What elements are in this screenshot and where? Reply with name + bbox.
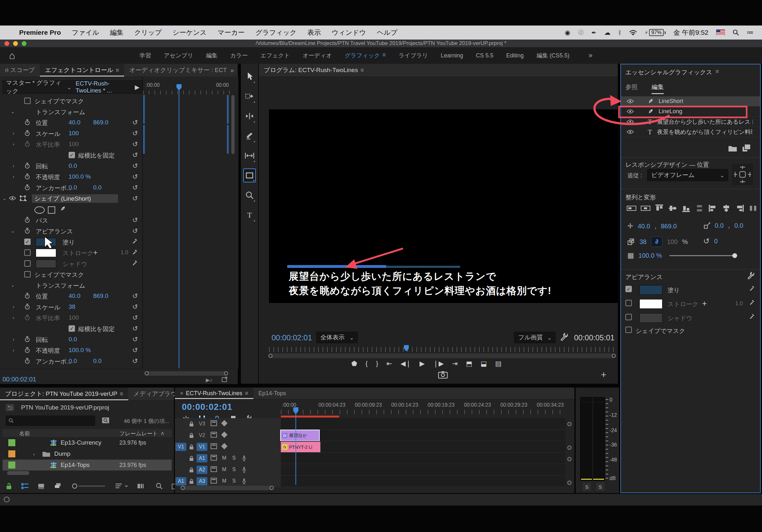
param-value[interactable]: 869.0 [93, 293, 109, 299]
eyedropper-icon[interactable] [749, 286, 755, 292]
track-scroll-dot[interactable] [568, 481, 572, 485]
workspace-tab-カラー[interactable]: カラー [230, 52, 248, 59]
cloud-upload-icon[interactable]: ☁ [604, 29, 610, 36]
keyframe-toggle-icon[interactable] [221, 443, 228, 449]
link-scale-icon[interactable]: ∂ [651, 237, 662, 247]
mask-with-shape-checkbox[interactable] [625, 327, 632, 333]
keyframe-toggle-icon[interactable] [221, 420, 228, 427]
new-layer-icon[interactable] [742, 144, 750, 152]
eye-icon[interactable] [627, 109, 634, 113]
reset-parameter-icon[interactable]: ↺ [132, 195, 138, 202]
step-back-icon[interactable]: ◀❘ [401, 360, 411, 367]
solo-button[interactable]: S [232, 455, 236, 461]
reset-parameter-icon[interactable]: ↺ [132, 357, 138, 365]
opacity-slider[interactable] [669, 255, 735, 256]
play-indicator-icon[interactable]: ▶ [135, 84, 139, 91]
play-icon[interactable]: ▶ [419, 360, 425, 367]
stopwatch-icon[interactable] [24, 303, 30, 310]
razor-tool[interactable] [243, 129, 256, 143]
project-row-Ep14-Tops[interactable]: Ep14-Tops 23.976 fps [3, 460, 172, 471]
type-tool[interactable]: T [243, 208, 256, 222]
graphics-layer-夜景を眺めながら頂くフィリピン料理...[interactable]: T 夜景を眺めながら頂くフィリピン料理... [621, 127, 760, 137]
param-value[interactable]: 0.0 [69, 358, 77, 365]
panel-menu-icon[interactable]: ≡ [716, 68, 719, 77]
reset-parameter-icon[interactable]: ↺ [132, 303, 138, 311]
stopwatch-icon[interactable] [24, 347, 30, 353]
appearance-checkbox[interactable] [24, 260, 31, 267]
menu-item-3[interactable]: シーケンス [173, 28, 207, 37]
workspace-tab-CS 5.5[interactable]: CS 5.5 [476, 52, 493, 59]
align-bottom-icon[interactable] [682, 204, 691, 212]
filmstrip-icon[interactable] [137, 483, 147, 489]
marker-icon[interactable]: ⬟ [351, 360, 357, 367]
freeform-view-icon[interactable] [54, 483, 62, 490]
scale-value[interactable]: 38 [640, 238, 647, 245]
opacity-value[interactable]: 100.0 % [639, 252, 662, 259]
stopwatch-icon[interactable] [24, 336, 30, 342]
param-value[interactable]: 100 [69, 314, 79, 321]
stopwatch-icon[interactable] [24, 314, 30, 320]
checkbox-checked[interactable]: ✓ [69, 325, 75, 332]
input-language-flag-icon[interactable] [716, 29, 725, 36]
color-swatch[interactable] [36, 260, 56, 268]
tab-lumetri-scopes[interactable]: ri スコープ [0, 64, 40, 77]
home-icon[interactable]: ⌂ [9, 50, 15, 62]
param-value[interactable]: 100.0 % [69, 173, 91, 180]
track-options-icon[interactable] [211, 455, 217, 461]
voiceover-mic-icon[interactable] [242, 455, 246, 461]
add-stroke-icon[interactable]: + [702, 299, 707, 308]
program-monitor-tab[interactable]: プログラム: ECTV-Rush-TwoLines≡ [259, 64, 369, 77]
track-row-A1[interactable]: A1 M S [175, 453, 566, 464]
column-header-framerate[interactable]: フレームレート∧ [119, 430, 164, 437]
track-options-icon[interactable] [211, 432, 217, 437]
twirl-icon[interactable]: ⌄ [11, 283, 15, 288]
param-value[interactable]: 0.0 [93, 184, 102, 191]
sync-status-icon[interactable] [4, 497, 10, 502]
eyedropper-icon[interactable] [132, 260, 138, 266]
track-row-A2[interactable]: A2 M S [175, 464, 566, 476]
panel-overflow-icon[interactable]: » [227, 67, 238, 74]
color-swatch[interactable] [36, 249, 56, 257]
param-value[interactable]: 38 [69, 303, 75, 310]
workspace-tab-Learning[interactable]: Learning [441, 52, 463, 59]
menu-item-8[interactable]: ヘルプ [377, 28, 397, 37]
screen-record-icon[interactable]: ◉ [565, 29, 570, 36]
track-lock-icon[interactable] [189, 421, 194, 427]
checkbox[interactable] [24, 271, 31, 278]
menu-item-7[interactable]: ウィンドウ [332, 28, 366, 37]
twirl-icon[interactable]: ⌄ [11, 109, 15, 114]
eye-icon[interactable] [9, 196, 16, 200]
bluetooth-icon[interactable]: ᛒ [618, 29, 622, 36]
mute-button[interactable]: M [222, 478, 226, 484]
ecp-vertical-scrollbar[interactable] [231, 95, 235, 154]
track-options-icon[interactable] [211, 443, 217, 449]
tab-sequence-ectv[interactable]: × ECTV-Rush-TwoLines≡ [175, 387, 253, 399]
stopwatch-icon[interactable] [24, 141, 30, 147]
reset-parameter-icon[interactable]: ↺ [132, 119, 138, 126]
rect-tool-icon[interactable] [48, 206, 55, 214]
export-frame-icon[interactable] [222, 376, 229, 382]
eyedropper-icon[interactable] [132, 238, 138, 244]
stopwatch-icon[interactable] [24, 358, 30, 364]
d-status-icon[interactable]: ⓓ [578, 29, 584, 36]
align-hcenter-icon[interactable] [722, 204, 731, 212]
anchor-x-value[interactable]: 0.0 [715, 222, 724, 229]
battery-indicator[interactable]: ⚡ 97% [645, 29, 666, 36]
label-color-chip[interactable] [8, 461, 15, 469]
project-file-name[interactable]: PTN YouTube 2019-verUP.prproj [21, 404, 109, 411]
workspace-tab-Editing[interactable]: Editing [506, 52, 524, 59]
program-settings-wrench-icon[interactable] [560, 333, 569, 341]
chevron-down-icon[interactable]: ⌄ [67, 84, 72, 91]
track-target-V2[interactable]: V2 [196, 431, 207, 439]
stopwatch-icon[interactable] [24, 228, 30, 234]
stopwatch-icon[interactable] [24, 163, 30, 169]
appearance-checkbox[interactable]: ✓ [24, 238, 31, 245]
zoom-tool[interactable] [243, 188, 256, 202]
solo-right-button[interactable]: S [596, 483, 604, 491]
master-label[interactable]: マスター * グラフィック [6, 79, 63, 96]
position-y-value[interactable]: 869.0 [661, 223, 677, 230]
tab-audio-clip-mixer[interactable]: オーディオクリップミキサー : ECTV-Rush-TwoL [124, 64, 227, 77]
checkbox-checked[interactable]: ✓ [69, 152, 75, 158]
pen-tool-icon[interactable] [60, 206, 66, 212]
align-left-icon[interactable] [708, 204, 717, 212]
